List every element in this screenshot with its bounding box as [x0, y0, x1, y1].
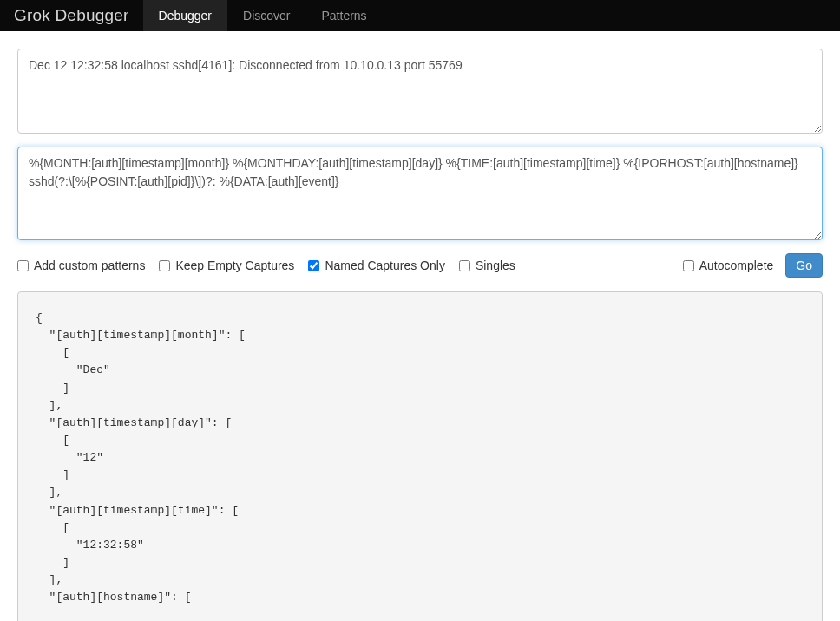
add-custom-patterns-label: Add custom patterns [34, 258, 145, 272]
go-button[interactable]: Go [785, 253, 823, 278]
named-captures-only-checkbox[interactable] [308, 260, 319, 271]
log-input[interactable] [17, 49, 823, 134]
main-container: Add custom patterns Keep Empty Captures … [0, 31, 840, 621]
options-row: Add custom patterns Keep Empty Captures … [17, 253, 823, 278]
output-panel: { "[auth][timestamp][month]": [ [ "Dec" … [17, 291, 823, 621]
singles-label: Singles [476, 258, 515, 272]
singles-option[interactable]: Singles [459, 258, 515, 272]
tab-discover[interactable]: Discover [227, 0, 305, 31]
named-captures-only-label: Named Captures Only [325, 258, 445, 272]
add-custom-patterns-checkbox[interactable] [17, 260, 29, 271]
autocomplete-label: Autocomplete [699, 258, 774, 272]
navbar-tabs: Debugger Discover Patterns [143, 0, 383, 31]
output-result: { "[auth][timestamp][month]": [ [ "Dec" … [27, 301, 813, 615]
options-left: Add custom patterns Keep Empty Captures … [17, 258, 515, 272]
tab-patterns[interactable]: Patterns [305, 0, 382, 31]
input-row [17, 49, 823, 136]
keep-empty-captures-label: Keep Empty Captures [175, 258, 294, 272]
autocomplete-option[interactable]: Autocomplete [683, 258, 774, 272]
pattern-row [17, 147, 823, 243]
keep-empty-captures-option[interactable]: Keep Empty Captures [159, 258, 294, 272]
add-custom-patterns-option[interactable]: Add custom patterns [17, 258, 145, 272]
pattern-input[interactable] [17, 147, 823, 240]
tab-debugger[interactable]: Debugger [143, 0, 228, 31]
autocomplete-checkbox[interactable] [683, 260, 694, 271]
app-title: Grok Debugger [0, 6, 143, 25]
keep-empty-captures-checkbox[interactable] [159, 260, 170, 271]
named-captures-only-option[interactable]: Named Captures Only [308, 258, 445, 272]
options-right: Autocomplete Go [683, 253, 823, 278]
navbar: Grok Debugger Debugger Discover Patterns [0, 0, 840, 31]
singles-checkbox[interactable] [459, 260, 470, 271]
